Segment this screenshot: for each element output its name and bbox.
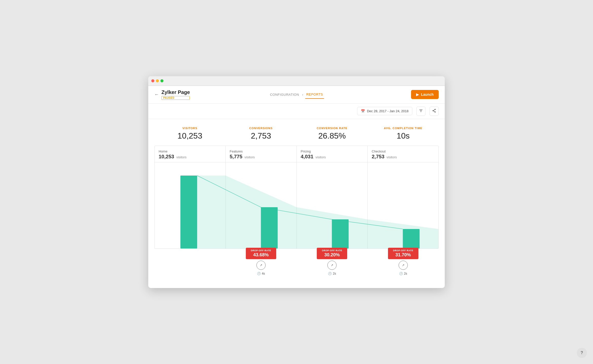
funnel-section: Home 10,253 visitors Features 5,775 visi… [154, 146, 439, 249]
maximize-button[interactable] [160, 79, 163, 82]
filter-icon [419, 109, 423, 114]
svg-point-3 [435, 109, 436, 110]
svg-line-6 [434, 109, 435, 110]
dropoff-trend-1[interactable]: ↗ [256, 261, 266, 270]
dropoff-col-1: DROP-OFF RATE 43.68% ↗ 🕐 4s [226, 248, 297, 275]
minimize-button[interactable] [156, 79, 159, 82]
dropoff-col-2: DROP-OFF RATE 30.20% ↗ 🕐 2s [296, 248, 368, 275]
calendar-icon: 📅 [361, 109, 365, 113]
svg-point-4 [435, 111, 436, 112]
metric-conversions-label: CONVERSIONS [226, 127, 297, 130]
stage-name-features: Features [230, 149, 292, 153]
dropoff-time-1: 🕐 4s [257, 272, 265, 275]
dropoff-col-3: DROP-OFF RATE 31.70% ↗ 🕐 2s [368, 248, 439, 275]
tab-configuration[interactable]: CONFIGURATION [269, 91, 300, 99]
header: ← Zylker Page PAUSED CONFIGURATION › REP… [148, 86, 445, 104]
traffic-lights [151, 79, 163, 82]
dropoff-home [154, 248, 226, 275]
metric-conversion-rate: CONVERSION RATE 26.85% [296, 127, 368, 141]
bar-pricing [332, 219, 348, 248]
nav-tabs: CONFIGURATION › REPORTS [269, 90, 324, 99]
launch-label: Launch [421, 92, 434, 97]
metric-avg-completion-value: 10s [368, 131, 439, 141]
dropoff-badge-1-label: DROP-OFF RATE [249, 249, 273, 252]
stage-visitors-features: 5,775 [230, 154, 242, 159]
launch-button[interactable]: ▶ Launch [411, 90, 439, 99]
dropoff-badge-1-value: 43.68% [249, 252, 273, 258]
metric-visitors: VISITORS 10,253 [154, 127, 226, 141]
launch-icon: ▶ [416, 92, 419, 97]
share-icon [432, 109, 436, 114]
help-button[interactable]: ? [577, 348, 587, 358]
dropoff-badges-row: DROP-OFF RATE 43.68% ↗ 🕐 4s DROP-OFF RAT… [154, 248, 439, 275]
dropoff-time-2: 🕐 2s [328, 272, 336, 275]
svg-line-7 [434, 111, 435, 111]
metric-visitors-value: 10,253 [154, 131, 226, 141]
stage-visitors-label-features: visitors [245, 155, 255, 159]
date-range-picker[interactable]: 📅 Dec 28, 2017 - Jan 24, 2018 [357, 107, 412, 115]
close-button[interactable] [151, 79, 154, 82]
clock-icon-3: 🕐 [399, 272, 403, 275]
metric-conversions-value: 2,753 [226, 131, 297, 141]
stage-visitors-label-home: visitors [176, 155, 187, 159]
stage-header-pricing: Pricing 4,031 visitors [297, 146, 368, 162]
bar-checkout [403, 229, 419, 248]
nav-chevron: › [302, 93, 303, 97]
metric-conversion-rate-value: 26.85% [296, 131, 368, 141]
funnel-chart-area [155, 162, 438, 248]
funnel-chart-svg [155, 162, 438, 248]
stage-visitors-checkout: 2,753 [372, 154, 384, 159]
dropoff-badge-2-value: 30.20% [320, 252, 344, 258]
metric-avg-completion: AVG. COMPLETION TIME 10s [368, 127, 439, 141]
metrics-row: VISITORS 10,253 CONVERSIONS 2,753 CONVER… [148, 119, 445, 146]
share-button[interactable] [430, 107, 439, 116]
metric-visitors-label: VISITORS [154, 127, 226, 130]
dropoff-trend-3[interactable]: ↗ [399, 261, 408, 270]
back-button[interactable]: ← [154, 92, 159, 97]
dropoff-trend-2[interactable]: ↗ [327, 261, 337, 270]
titlebar [148, 76, 445, 86]
dropoff-time-3: 🕐 2s [399, 272, 407, 275]
stage-visitors-label-checkout: visitors [386, 155, 397, 159]
clock-icon-1: 🕐 [257, 272, 261, 275]
stage-name-checkout: Checkout [372, 149, 434, 153]
stage-visitors-pricing: 4,031 [301, 154, 313, 159]
metric-conversions: CONVERSIONS 2,753 [226, 127, 297, 141]
stage-name-pricing: Pricing [301, 149, 363, 153]
stage-header-home: Home 10,253 visitors [155, 146, 226, 162]
page-title: Zylker Page [161, 89, 190, 95]
metric-avg-completion-label: AVG. COMPLETION TIME [368, 127, 439, 130]
dropoff-badge-2-label: DROP-OFF RATE [320, 249, 344, 252]
stage-headers: Home 10,253 visitors Features 5,775 visi… [155, 146, 438, 162]
stage-name-home: Home [159, 149, 221, 153]
bar-home [180, 176, 197, 248]
app-window: ← Zylker Page PAUSED CONFIGURATION › REP… [148, 76, 445, 288]
dropoff-badge-3: DROP-OFF RATE 31.70% [388, 248, 418, 259]
dropoff-badge-3-label: DROP-OFF RATE [391, 249, 415, 252]
toolbar: 📅 Dec 28, 2017 - Jan 24, 2018 [148, 104, 445, 119]
metric-conversion-rate-label: CONVERSION RATE [296, 127, 368, 130]
paused-badge: PAUSED [161, 96, 190, 100]
svg-point-5 [433, 110, 434, 111]
page-title-area: Zylker Page PAUSED [161, 89, 190, 100]
stage-visitors-home: 10,253 [159, 154, 174, 159]
tab-reports[interactable]: REPORTS [305, 90, 324, 99]
dropoff-badge-3-value: 31.70% [391, 252, 415, 258]
date-range-label: Dec 28, 2017 - Jan 24, 2018 [367, 109, 409, 113]
stage-header-checkout: Checkout 2,753 visitors [368, 146, 438, 162]
clock-icon-2: 🕐 [328, 272, 332, 275]
dropoff-badge-1: DROP-OFF RATE 43.68% [246, 248, 276, 259]
bar-features [261, 207, 277, 248]
stage-header-features: Features 5,775 visitors [226, 146, 296, 162]
help-label: ? [581, 351, 583, 355]
stage-visitors-label-pricing: visitors [316, 155, 326, 159]
filter-button[interactable] [416, 107, 425, 116]
dropoff-badge-2: DROP-OFF RATE 30.20% [317, 248, 347, 259]
